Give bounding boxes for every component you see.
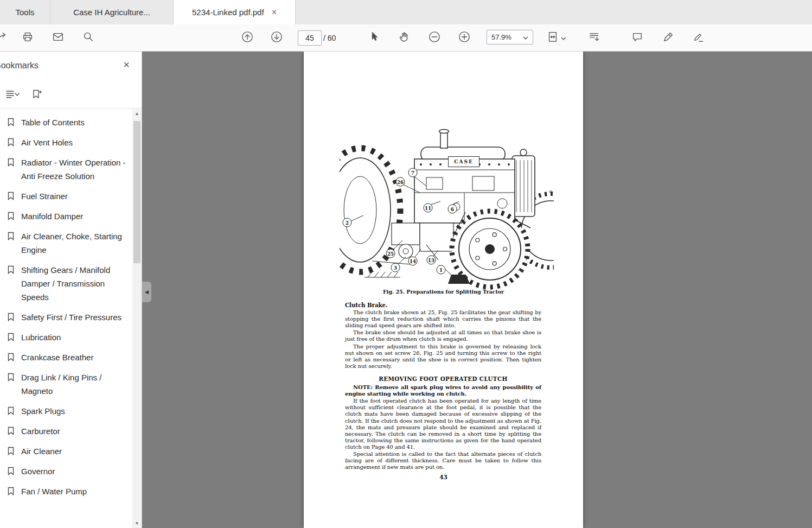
tab-tools[interactable]: Tools — [0, 0, 50, 24]
previous-page-button[interactable] — [238, 29, 257, 47]
zoom-out-button[interactable] — [425, 29, 444, 47]
collapse-panel-button[interactable]: ◀ — [142, 282, 151, 302]
hand-tool-button[interactable] — [395, 29, 413, 47]
tractor-figure: CASE 26 7 11 6 2 25 14 3 13 1 — [340, 128, 554, 291]
bookmark-item[interactable]: Lubrication — [0, 327, 132, 347]
bookmark-label: Governor — [21, 465, 55, 478]
bookmark-icon — [7, 447, 15, 455]
paragraph: The brake shoe should be adjusted at all… — [345, 329, 541, 342]
zoom-level-value: 57.9% — [491, 33, 512, 41]
fill-sign-button[interactable] — [689, 29, 708, 47]
zoom-in-button[interactable] — [455, 29, 474, 47]
bookmark-item[interactable]: Carburetor — [0, 421, 132, 441]
scrolling-mode-icon — [588, 31, 600, 45]
bookmark-label: Radiator - Winter Operation - Anti Freez… — [21, 156, 131, 183]
callout-6: 6 — [448, 205, 457, 214]
highlight-button[interactable] — [659, 29, 677, 47]
callout-13: 13 — [427, 256, 436, 265]
bookmark-item[interactable]: Air Cleaner, Choke, Starting Engine — [0, 226, 132, 260]
arrow-up-circle-icon — [241, 31, 253, 45]
search-button[interactable] — [79, 29, 98, 47]
paragraph: The proper adjustment to this brake is g… — [345, 343, 541, 370]
scan-artifact: c — [549, 188, 552, 194]
tab-document-case-ih[interactable]: Case IH Agriculture... — [50, 0, 174, 24]
bookmark-item[interactable]: Spark Plugs — [0, 401, 132, 421]
toolbar: / 60 57.9% — [0, 24, 812, 52]
search-icon — [82, 31, 94, 45]
removing-clutch-heading: REMOVING FOOT OPERATED CLUTCH — [345, 376, 541, 382]
arrow-down-circle-icon — [271, 31, 283, 45]
page-scrolling-button[interactable] — [585, 29, 603, 47]
bookmark-label: Lubrication — [21, 330, 61, 344]
callout-11: 11 — [424, 203, 433, 213]
bookmark-icon — [7, 373, 15, 381]
page-number-input[interactable] — [298, 30, 322, 46]
bookmark-item[interactable]: Air Vent Holes — [0, 132, 132, 152]
bookmark-item[interactable]: Fuel Strainer — [0, 186, 132, 206]
bookmark-item[interactable]: Governor — [0, 461, 132, 481]
email-icon — [52, 31, 64, 45]
tab-document-5234-linked-pdf[interactable]: 5234-Linked pdf.pdf × — [174, 0, 296, 24]
signature-pen-icon — [693, 31, 705, 45]
close-icon[interactable]: × — [123, 59, 130, 70]
scrollbar-thumb[interactable] — [133, 121, 140, 263]
bookmark-label: Carburetor — [21, 424, 60, 438]
callout-7: 7 — [408, 168, 418, 177]
scroll-up-arrow[interactable]: ▲ — [132, 109, 142, 118]
next-page-button[interactable] — [267, 29, 286, 47]
clutch-brake-heading: Clutch Brake. — [345, 302, 541, 308]
page-fit-dropdown[interactable] — [547, 31, 566, 45]
fit-page-icon — [547, 31, 559, 45]
share-button[interactable] — [0, 29, 12, 47]
bookmark-item[interactable]: Table of Contents — [0, 112, 132, 132]
comment-button[interactable] — [628, 29, 647, 47]
paragraph: Special attention is called to the fact … — [345, 451, 541, 470]
select-tool-button[interactable] — [365, 29, 383, 47]
bookmark-icon — [7, 313, 15, 321]
bookmark-icon — [7, 487, 15, 495]
callout-25: 25 — [386, 249, 395, 258]
bookmarks-list: Table of Contents Air Vent Holes Radiato… — [0, 109, 132, 528]
bookmark-icon — [7, 232, 15, 240]
bookmark-item[interactable]: Drag Link / King Pins / Magneto — [0, 367, 132, 401]
bookmark-item[interactable]: Shifting Gears / Manifold Damper / Trans… — [0, 260, 132, 307]
new-bookmark-button[interactable] — [27, 86, 47, 105]
bookmarks-scrollbar[interactable]: ▲ ▼ — [132, 109, 142, 528]
bookmark-icon — [7, 265, 15, 274]
bookmark-label: Air Vent Holes — [21, 136, 73, 149]
bookmark-item[interactable]: Radiator - Winter Operation - Anti Freez… — [0, 152, 132, 186]
tab-bar: Tools Case IH Agriculture... 5234-Linked… — [0, 0, 812, 24]
paragraph: If the foot operated clutch has been ope… — [345, 398, 541, 450]
bookmark-label: Air Cleaner — [21, 444, 62, 458]
tab-close-icon[interactable]: × — [272, 8, 277, 17]
bookmark-label: Fuel Strainer — [21, 189, 68, 203]
print-button[interactable] — [18, 29, 37, 47]
bookmark-item[interactable]: Manifold Damper — [0, 206, 132, 226]
scroll-down-arrow[interactable]: ▼ — [132, 519, 142, 528]
zoom-level-dropdown[interactable]: 57.9% — [487, 30, 533, 44]
bookmark-label: Air Cleaner, Choke, Starting Engine — [21, 230, 131, 257]
bookmark-item[interactable]: Crankcase Breather — [0, 347, 132, 367]
bookmark-item[interactable]: Safety First / Tire Pressures — [0, 307, 132, 327]
tab-tools-label: Tools — [15, 8, 34, 17]
email-button[interactable] — [49, 29, 67, 47]
callout-1: 1 — [437, 265, 446, 275]
callout-26: 26 — [396, 177, 405, 187]
bookmark-item[interactable]: Fan / Water Pump — [0, 481, 132, 501]
case-brand-plate: CASE — [448, 156, 479, 167]
bookmarks-panel: Bookmarks × Table of Contents Air Vent — [0, 52, 142, 528]
document-area: ◀ — [142, 52, 812, 528]
bookmark-label: Manifold Damper — [21, 209, 83, 223]
tab-doc1-label: Case IH Agriculture... — [73, 8, 150, 17]
bookmarks-panel-title: Bookmarks — [0, 61, 39, 71]
bookmark-options-button[interactable] — [3, 86, 23, 105]
bookmark-icon — [7, 333, 15, 341]
minus-circle-icon — [429, 31, 440, 45]
plus-circle-icon — [458, 31, 470, 45]
bookmark-item[interactable]: Air Cleaner — [0, 441, 132, 461]
bookmark-icon — [7, 192, 15, 200]
bookmark-icon — [7, 118, 15, 126]
chevron-down-icon — [561, 33, 566, 43]
bookmark-icon — [7, 212, 15, 220]
figure-caption: Fig. 25. Preparations for Splitting Trac… — [304, 289, 583, 295]
